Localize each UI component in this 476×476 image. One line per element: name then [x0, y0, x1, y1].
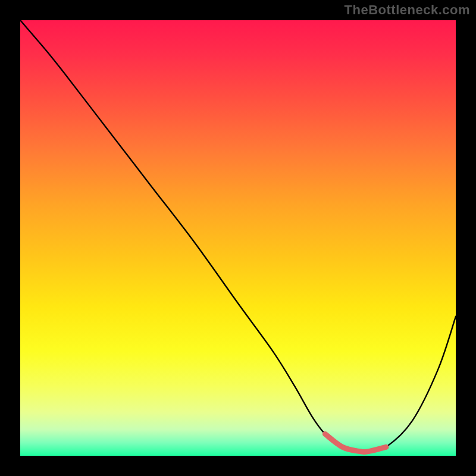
highlight-segment [325, 434, 386, 452]
chart-frame: TheBottleneck.com [0, 0, 476, 476]
watermark-text: TheBottleneck.com [345, 2, 470, 18]
chart-svg [20, 20, 456, 456]
bottleneck-curve [20, 20, 456, 452]
